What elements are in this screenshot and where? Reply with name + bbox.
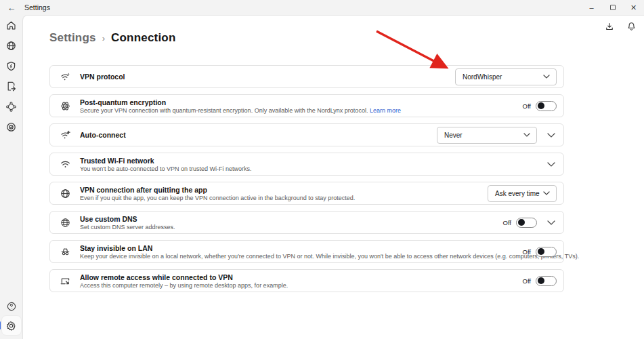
wifi-plus-icon: [60, 129, 71, 141]
trusted-wifi-expander[interactable]: [546, 159, 557, 170]
notifications-button[interactable]: [624, 21, 639, 35]
active-indicator: [0, 321, 1, 330]
atom-icon: [60, 100, 71, 112]
row-post-quantum: Post-quantum encryption Secure your VPN …: [49, 94, 564, 117]
setting-description: Set custom DNS server addresses.: [80, 224, 175, 231]
toggle-state-label: Off: [523, 248, 532, 256]
content-area: Settings › Connection VPN protocol NordW…: [22, 15, 644, 339]
chevron-down-icon: [543, 191, 550, 195]
maximize-button[interactable]: [602, 0, 623, 15]
setting-description: Even if you quit the app, you can keep t…: [80, 195, 355, 201]
toggle-state-label: Off: [523, 102, 532, 110]
gear-icon: [5, 320, 17, 332]
incognito-icon: [60, 246, 71, 258]
chevron-down-icon: [547, 162, 555, 167]
globe-icon: [5, 40, 17, 52]
meshnet-icon: [5, 101, 17, 113]
sidebar-item-help[interactable]: [1, 298, 22, 315]
setting-title: Allow remote access while connected to V…: [80, 273, 288, 281]
row-remote-access: Allow remote access while connected to V…: [49, 269, 564, 292]
globe-grid-icon: [60, 217, 71, 228]
setting-title: Trusted Wi-Fi network: [80, 157, 252, 165]
minimize-button[interactable]: –: [581, 0, 602, 15]
maximize-icon: [610, 5, 616, 10]
toggle-state-label: Off: [523, 277, 532, 285]
toggle-state-label: Off: [503, 219, 512, 226]
wifi-sparkle-icon: [60, 71, 71, 83]
row-vpn-protocol: VPN protocol NordWhisper: [49, 65, 564, 88]
help-icon: [6, 301, 17, 312]
setting-title: Stay invisible on LAN: [80, 244, 523, 252]
remote-access-toggle[interactable]: [536, 276, 557, 286]
download-icon: [605, 22, 614, 34]
breadcrumb: Settings › Connection: [49, 31, 176, 45]
shield-bolt-icon: [5, 60, 17, 72]
vpn-protocol-value: NordWhisper: [463, 73, 502, 81]
setting-title: Use custom DNS: [80, 215, 175, 223]
nordvpn-settings-window: ← Settings – ✕: [0, 0, 644, 339]
sidebar-item-home[interactable]: [1, 15, 22, 35]
remote-access-toggle-group: Off: [523, 276, 557, 286]
vpn-after-quit-value: Ask every time: [495, 190, 540, 197]
sidebar: [0, 15, 22, 339]
setting-title: Post-quantum encryption: [80, 98, 401, 106]
custom-dns-expander[interactable]: [546, 217, 557, 228]
custom-dns-toggle[interactable]: [516, 218, 537, 228]
vpn-protocol-select[interactable]: NordWhisper: [455, 68, 557, 85]
home-icon: [5, 20, 17, 31]
row-vpn-after-quit: VPN connection after quitting the app Ev…: [49, 182, 564, 205]
breadcrumb-separator: ›: [102, 33, 105, 43]
sidebar-bottom: [1, 298, 22, 339]
row-invisible-lan: Stay invisible on LAN Keep your device i…: [49, 240, 564, 263]
window-title: Settings: [24, 3, 50, 12]
breadcrumb-settings[interactable]: Settings: [49, 31, 96, 45]
learn-more-link[interactable]: Learn more: [370, 107, 401, 114]
sidebar-item-dedicated-ip[interactable]: [1, 117, 22, 137]
row-trusted-wifi: Trusted Wi-Fi network You won't be auto-…: [49, 153, 564, 176]
setting-description: Access this computer remotely – by using…: [80, 282, 288, 289]
settings-rows: VPN protocol NordWhisper Post-quantum en…: [49, 65, 564, 292]
toggle-knob: [538, 102, 544, 109]
content-top-icons: [602, 21, 639, 35]
setting-title: VPN protocol: [80, 73, 125, 81]
row-custom-dns: Use custom DNS Set custom DNS server add…: [49, 211, 564, 234]
row-auto-connect: Auto-connect Never: [49, 123, 564, 146]
file-export-icon: [5, 81, 17, 92]
sidebar-item-meshnet[interactable]: [1, 96, 22, 117]
titlebar: ← Settings – ✕: [0, 0, 644, 15]
auto-connect-select[interactable]: Never: [437, 127, 537, 144]
back-button[interactable]: ←: [1, 3, 22, 13]
wifi-icon: [60, 159, 71, 170]
globe-icon: [60, 188, 71, 199]
page-title: Connection: [111, 31, 176, 45]
description-text: Secure your VPN connection with quantum-…: [80, 107, 368, 114]
auto-connect-value: Never: [444, 132, 463, 139]
sidebar-item-settings[interactable]: [2, 316, 21, 335]
toggle-knob: [538, 277, 544, 284]
setting-description: Keep your device invisible on a local ne…: [80, 253, 523, 260]
chevron-down-icon: [523, 133, 530, 137]
custom-dns-toggle-group: Off: [503, 218, 538, 228]
setting-title: VPN connection after quitting the app: [80, 186, 355, 194]
bell-icon: [627, 22, 636, 34]
remote-desktop-icon: [60, 275, 71, 287]
toggle-knob: [518, 219, 525, 226]
close-button[interactable]: ✕: [623, 0, 644, 15]
download-button[interactable]: [602, 21, 617, 35]
post-quantum-toggle-group: Off: [523, 101, 557, 111]
sidebar-item-split-tunneling[interactable]: [1, 76, 22, 96]
target-check-icon: [5, 121, 17, 133]
window-controls: – ✕: [581, 0, 644, 15]
chevron-down-icon: [543, 75, 550, 79]
sidebar-item-threat-protection[interactable]: [1, 56, 22, 76]
vpn-after-quit-select[interactable]: Ask every time: [488, 185, 557, 202]
setting-title: Auto-connect: [80, 131, 126, 139]
chevron-down-icon: [547, 220, 555, 225]
auto-connect-expander[interactable]: [546, 129, 557, 140]
invisible-lan-toggle-group: Off: [523, 247, 557, 257]
post-quantum-toggle[interactable]: [536, 101, 557, 111]
invisible-lan-toggle[interactable]: [536, 247, 557, 257]
sidebar-item-browse[interactable]: [1, 35, 22, 56]
chevron-down-icon: [547, 133, 555, 138]
setting-description: You won't be auto-connected to VPN on tr…: [80, 165, 252, 172]
